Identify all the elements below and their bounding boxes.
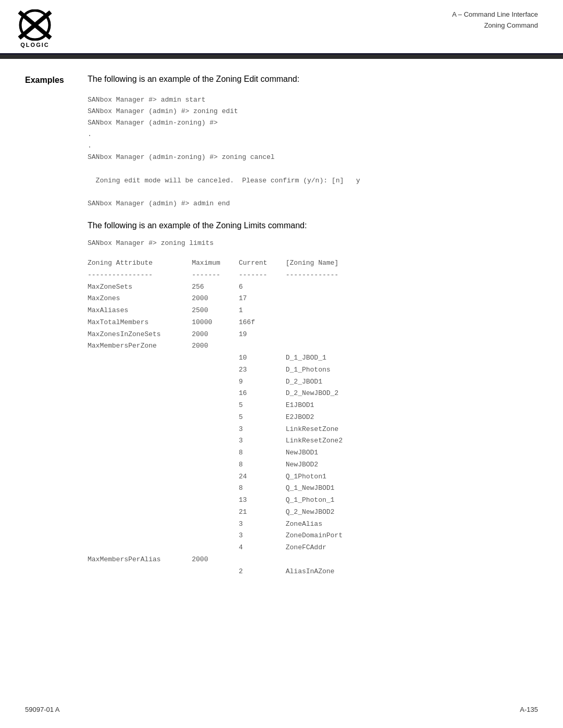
table-row: 16 D_2_NewJBOD_2 xyxy=(88,388,538,400)
examples-label: Examples xyxy=(25,75,88,85)
table-row: 10 D_1_JBOD_1 xyxy=(88,352,538,364)
cell-attr xyxy=(88,495,192,507)
code-edit-block: SANbox Manager #> admin start SANbox Man… xyxy=(88,94,538,209)
table-row: MaxMembersPerZone 2000 xyxy=(88,340,538,352)
cell-max xyxy=(192,352,239,364)
zoning-limits-table: Zoning Attribute Maximum Current [Zoning… xyxy=(88,257,538,577)
cell-cur: 1 xyxy=(239,305,286,317)
cell-max: 2000 xyxy=(192,329,239,341)
cell-cur xyxy=(239,554,286,566)
cell-name: NewJBOD2 xyxy=(286,459,380,471)
examples-row: Examples The following is an example of … xyxy=(25,75,538,85)
cell-name: D_2_NewJBOD_2 xyxy=(286,388,380,400)
cell-max xyxy=(192,495,239,507)
cell-name: E2JBOD2 xyxy=(286,412,380,424)
cell-attr xyxy=(88,424,192,436)
cell-cur: 2 xyxy=(239,566,286,578)
cell-attr xyxy=(88,507,192,519)
cell-cur: 24 xyxy=(239,471,286,483)
table-row: MaxTotalMembers 10000 166f xyxy=(88,317,538,329)
cell-attr: MaxMembersPerZone xyxy=(88,340,192,352)
cell-attr: MaxMembersPerAlias xyxy=(88,554,192,566)
cell-max xyxy=(192,388,239,400)
footer-right: A-135 xyxy=(520,706,538,713)
cell-max xyxy=(192,471,239,483)
cell-name: NewJBOD1 xyxy=(286,447,380,459)
page-header: QLOGIC A – Command Line Interface Zoning… xyxy=(0,0,563,55)
cell-max xyxy=(192,519,239,530)
header-breadcrumb: A – Command Line Interface Zoning Comman… xyxy=(452,9,538,31)
code-line: Zoning edit mode will be canceled. Pleas… xyxy=(88,175,538,187)
cell-max xyxy=(192,412,239,424)
col-header-name: [Zoning Name] xyxy=(286,257,380,269)
logo-text: QLOGIC xyxy=(20,42,49,48)
cell-attr xyxy=(88,530,192,542)
cell-cur xyxy=(239,340,286,352)
cell-cur: 3 xyxy=(239,530,286,542)
cell-name xyxy=(286,554,380,566)
examples-title: The following is an example of the Zonin… xyxy=(88,75,299,84)
cell-attr xyxy=(88,352,192,364)
cell-name xyxy=(286,293,380,305)
cell-attr xyxy=(88,566,192,578)
cell-max xyxy=(192,435,239,447)
code-line xyxy=(88,187,538,198)
cell-cur: 13 xyxy=(239,495,286,507)
cell-cur: 3 xyxy=(239,424,286,436)
cell-attr xyxy=(88,400,192,412)
cell-max: 2000 xyxy=(192,340,239,352)
table-row: MaxMembersPerAlias 2000 xyxy=(88,554,538,566)
cell-cur: 17 xyxy=(239,293,286,305)
cell-max xyxy=(192,530,239,542)
cell-cur: 21 xyxy=(239,507,286,519)
table-row: MaxAliases 2500 1 xyxy=(88,305,538,317)
cell-attr xyxy=(88,447,192,459)
cell-attr: MaxZonesInZoneSets xyxy=(88,329,192,341)
code-line: . xyxy=(88,129,538,140)
cell-name xyxy=(286,281,380,293)
cell-max xyxy=(192,459,239,471)
divider-cur: ------- xyxy=(239,269,286,281)
cell-attr xyxy=(88,519,192,530)
table-row: 5 E1JBOD1 xyxy=(88,400,538,412)
table-row: MaxZonesInZoneSets 2000 19 xyxy=(88,329,538,341)
cell-max: 2500 xyxy=(192,305,239,317)
breadcrumb-line1: A – Command Line Interface xyxy=(452,9,538,20)
cell-name xyxy=(286,329,380,341)
cell-cur: 19 xyxy=(239,329,286,341)
code-line: SANbox Manager (admin-zoning) #> zoning … xyxy=(88,152,538,163)
cell-name xyxy=(286,340,380,352)
cell-attr: MaxZoneSets xyxy=(88,281,192,293)
code-line: SANbox Manager (admin) #> admin end xyxy=(88,198,538,209)
cell-attr xyxy=(88,412,192,424)
table-row: 8 NewJBOD2 xyxy=(88,459,538,471)
cell-cur: 10 xyxy=(239,352,286,364)
header-divider xyxy=(0,55,563,59)
table-row: 9 D_2_JBOD1 xyxy=(88,376,538,388)
table-row: 3 LinkResetZone2 xyxy=(88,435,538,447)
cell-max xyxy=(192,483,239,495)
section2-title: The following is an example of the Zonin… xyxy=(88,221,538,230)
footer-left: 59097-01 A xyxy=(25,706,60,713)
page-footer: 59097-01 A A-135 xyxy=(25,706,538,713)
table-row: 23 D_1_Photons xyxy=(88,364,538,376)
cell-name xyxy=(286,305,380,317)
table-row: MaxZoneSets 256 6 xyxy=(88,281,538,293)
cell-cur: 3 xyxy=(239,519,286,530)
cell-max: 256 xyxy=(192,281,239,293)
cell-name: E1JBOD1 xyxy=(286,400,380,412)
cell-name: LinkResetZone2 xyxy=(286,435,380,447)
cell-name: Q_1_NewJBOD1 xyxy=(286,483,380,495)
table-rows-container: MaxZoneSets 256 6 MaxZones 2000 17 MaxAl… xyxy=(88,281,538,578)
cell-attr: MaxTotalMembers xyxy=(88,317,192,329)
divider-max: ------- xyxy=(192,269,239,281)
code-line: SANbox Manager (admin) #> zoning edit xyxy=(88,106,538,117)
cell-attr xyxy=(88,364,192,376)
cell-max xyxy=(192,542,239,554)
cell-max: 10000 xyxy=(192,317,239,329)
cell-cur: 5 xyxy=(239,400,286,412)
table-header-row: Zoning Attribute Maximum Current [Zoning… xyxy=(88,257,538,269)
cell-max xyxy=(192,566,239,578)
col-header-attr: Zoning Attribute xyxy=(88,257,192,269)
cell-name: ZoneFCAddr xyxy=(286,542,380,554)
